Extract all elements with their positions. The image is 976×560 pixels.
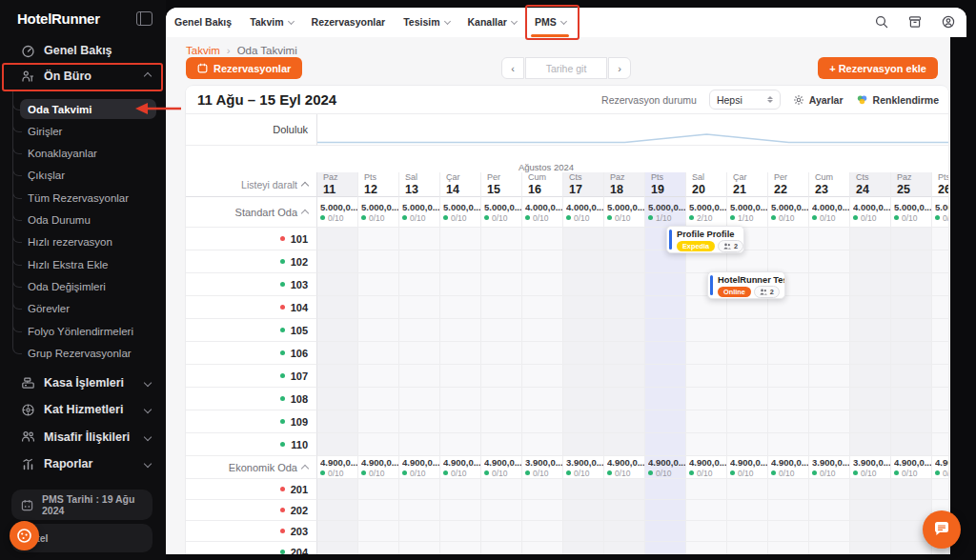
day-cell-room-110[interactable]	[317, 433, 358, 456]
day-cell-room-201[interactable]	[891, 479, 932, 500]
day-cell-room-103[interactable]	[522, 273, 563, 296]
reservation-chip-hotelrunner-test[interactable]: HotelRunner TestOnline2	[707, 271, 785, 299]
rate-cell[interactable]: 4.000,0...0/10	[522, 197, 563, 228]
day-cell-room-105[interactable]	[768, 319, 809, 342]
day-cell-room-201[interactable]	[604, 479, 645, 500]
sidebar-subitem-h-zl-rezervasyon[interactable]: Hızlı rezervasyon	[20, 232, 156, 252]
tab-rezervasyonlar[interactable]: Rezervasyonlar	[312, 8, 386, 37]
tab-genel-bak-[interactable]: Genel Bakış	[174, 8, 232, 37]
rate-cell[interactable]: 5.000,0...0/10	[604, 197, 645, 228]
rate-cell[interactable]: 4.900,0...0/10	[399, 456, 440, 479]
day-cell-room-103[interactable]	[645, 273, 686, 296]
day-cell-room-204[interactable]	[768, 542, 809, 554]
day-cell-room-202[interactable]	[686, 500, 727, 521]
day-cell-room-110[interactable]	[440, 433, 481, 456]
day-cell-room-201[interactable]	[686, 479, 727, 500]
day-cell-room-110[interactable]	[686, 433, 727, 456]
rate-cell[interactable]: 4.900,0...0/10	[604, 456, 645, 479]
rate-cell[interactable]: 4.900,0...0/10	[768, 456, 809, 479]
tab-pms[interactable]: PMS	[535, 8, 566, 37]
day-cell-room-202[interactable]	[522, 500, 563, 521]
day-cell-room-105[interactable]	[604, 319, 645, 342]
day-cell-room-204[interactable]	[317, 542, 358, 554]
day-cell-room-103[interactable]	[399, 273, 440, 296]
sidebar-item-kat-hizmetleri[interactable]: Kat Hizmetleri	[0, 399, 166, 420]
day-cell-room-109[interactable]	[522, 410, 563, 433]
day-cell-room-201[interactable]	[481, 479, 522, 500]
day-cell-room-105[interactable]	[481, 319, 522, 342]
day-cell-room-204[interactable]	[809, 542, 850, 554]
day-cell-room-107[interactable]	[399, 365, 440, 388]
sidebar-item-kasa-i-lemleri[interactable]: Kasa İşlemleri	[0, 372, 166, 393]
day-cell-room-109[interactable]	[809, 410, 850, 433]
day-cell-room-204[interactable]	[686, 542, 727, 554]
reservations-button[interactable]: Rezervasyonlar	[186, 57, 302, 79]
day-cell-room-104[interactable]	[850, 296, 891, 319]
rate-cell[interactable]: 4.900,0...0/10	[727, 456, 768, 479]
day-cell-room-201[interactable]	[358, 479, 399, 500]
day-cell-room-109[interactable]	[727, 410, 768, 433]
room-label-110[interactable]: 110	[186, 433, 317, 456]
goto-date-input[interactable]	[525, 57, 607, 79]
day-cell-room-104[interactable]	[440, 296, 481, 319]
day-cell-room-108[interactable]	[563, 388, 604, 410]
day-cell-room-203[interactable]	[358, 521, 399, 542]
rate-cell[interactable]: 5.000,0...0/10	[399, 197, 440, 228]
day-cell-room-203[interactable]	[399, 521, 440, 542]
room-label-106[interactable]: 106	[186, 342, 317, 365]
day-cell-room-107[interactable]	[604, 365, 645, 388]
day-cell-room-203[interactable]	[645, 521, 686, 542]
day-cell-room-102[interactable]	[317, 250, 358, 273]
day-cell-room-202[interactable]	[604, 500, 645, 521]
day-cell-room-106[interactable]	[317, 342, 358, 365]
day-cell-room-106[interactable]	[850, 342, 891, 365]
day-cell-room-110[interactable]	[604, 433, 645, 456]
day-cell-room-204[interactable]	[891, 542, 932, 554]
day-cell-room-106[interactable]	[440, 342, 481, 365]
day-cell-room-204[interactable]	[727, 542, 768, 554]
day-cell-room-106[interactable]	[768, 342, 809, 365]
day-cell-room-108[interactable]	[768, 388, 809, 410]
day-cell-room-101[interactable]	[809, 228, 850, 250]
day-cell-room-108[interactable]	[317, 388, 358, 410]
day-cell-room-203[interactable]	[563, 521, 604, 542]
day-cell-room-102[interactable]	[768, 250, 809, 273]
day-cell-room-108[interactable]	[440, 388, 481, 410]
sidebar-subitem-grup-rezervasyonlar[interactable]: Grup Rezervasyonlar	[20, 343, 156, 363]
room-label-107[interactable]: 107	[186, 365, 317, 388]
day-cell-room-107[interactable]	[645, 365, 686, 388]
settings-button[interactable]: Ayarlar	[793, 94, 844, 106]
day-cell-room-105[interactable]	[809, 319, 850, 342]
rate-cell[interactable]: 5.000,0...0/10	[317, 197, 358, 228]
day-cell-room-106[interactable]	[481, 342, 522, 365]
day-cell-room-103[interactable]	[481, 273, 522, 296]
day-cell-room-204[interactable]	[563, 542, 604, 554]
day-cell-room-104[interactable]	[932, 296, 948, 319]
day-cell-room-109[interactable]	[358, 410, 399, 433]
day-cell-room-104[interactable]	[563, 296, 604, 319]
day-cell-room-108[interactable]	[932, 388, 948, 410]
day-cell-room-110[interactable]	[645, 433, 686, 456]
day-cell-room-107[interactable]	[932, 365, 948, 388]
room-label-105[interactable]: 105	[186, 319, 317, 342]
day-cell-room-107[interactable]	[522, 365, 563, 388]
day-cell-room-204[interactable]	[440, 542, 481, 554]
rate-cell[interactable]: 4.900,0...0/10	[891, 456, 932, 479]
day-cell-room-201[interactable]	[440, 479, 481, 500]
day-cell-room-108[interactable]	[850, 388, 891, 410]
day-cell-room-108[interactable]	[727, 388, 768, 410]
day-cell-room-110[interactable]	[522, 433, 563, 456]
day-cell-room-106[interactable]	[809, 342, 850, 365]
day-cell-room-109[interactable]	[317, 410, 358, 433]
sidebar-subitem-h-zl-ekstra-ekle[interactable]: Hızlı Ekstra Ekle	[20, 254, 156, 274]
day-cell-room-105[interactable]	[522, 319, 563, 342]
cookie-consent-button[interactable]	[10, 521, 39, 550]
day-cell-room-105[interactable]	[317, 319, 358, 342]
day-cell-room-203[interactable]	[727, 521, 768, 542]
day-cell-room-107[interactable]	[891, 365, 932, 388]
day-cell-room-201[interactable]	[932, 479, 948, 500]
day-cell-room-110[interactable]	[932, 433, 948, 456]
day-cell-room-108[interactable]	[604, 388, 645, 410]
rate-cell[interactable]: 3.900,0...0/10	[522, 456, 563, 479]
room-label-204[interactable]: 204	[186, 542, 317, 554]
